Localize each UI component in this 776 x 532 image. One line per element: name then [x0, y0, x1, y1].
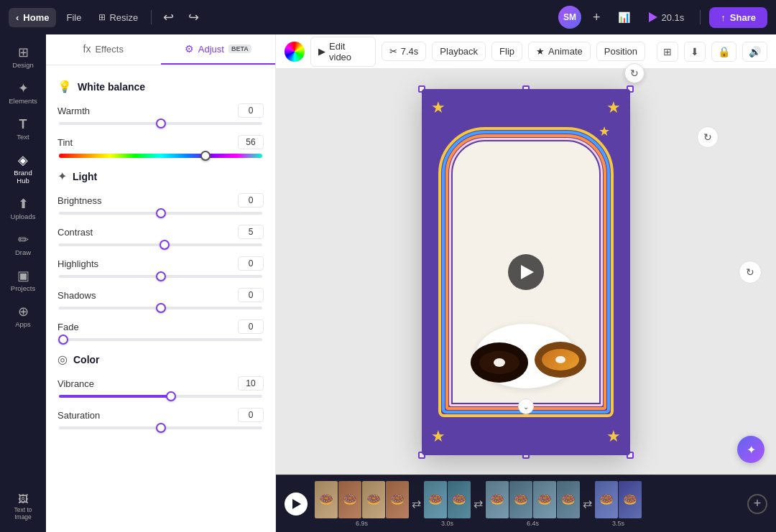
- shadows-value[interactable]: 0: [238, 288, 264, 302]
- saturation-track[interactable]: [59, 426, 262, 429]
- color-picker[interactable]: [285, 42, 305, 62]
- timeline-play-button[interactable]: [285, 493, 308, 515]
- sidebar-item-text-to-image[interactable]: 🖼 Text to Image: [3, 488, 43, 526]
- rotate-button[interactable]: ↻: [624, 63, 645, 83]
- thumb-5[interactable]: 🍩: [424, 481, 447, 518]
- tint-thumb[interactable]: [200, 151, 211, 161]
- redo-button[interactable]: ↪: [183, 6, 205, 28]
- shadows-track[interactable]: [59, 307, 262, 309]
- play-duration-button[interactable]: 20.1s: [642, 9, 692, 26]
- fade-label: Fade: [57, 322, 79, 332]
- tab-adjust[interactable]: ⚙ Adjust BETA: [161, 34, 276, 65]
- tint-value[interactable]: 56: [238, 135, 264, 149]
- thumb-6[interactable]: 🍩: [448, 481, 471, 518]
- position-button[interactable]: Position: [596, 42, 645, 61]
- vibrance-label: Vibrance: [57, 378, 94, 389]
- home-chevron-left: ‹: [16, 12, 19, 23]
- fade-thumb[interactable]: [58, 335, 68, 345]
- file-button[interactable]: File: [59, 8, 88, 27]
- vibrance-value[interactable]: 10: [238, 376, 264, 391]
- add-collaborator-button[interactable]: +: [587, 7, 606, 28]
- thumb-3[interactable]: 🍩: [362, 481, 385, 518]
- play-icon: [649, 12, 657, 22]
- volume-button[interactable]: 🔊: [742, 42, 767, 62]
- lock-button[interactable]: 🔒: [711, 42, 736, 62]
- draw-icon: ✏: [18, 233, 29, 246]
- sidebar-item-apps[interactable]: ⊕ Apps: [3, 299, 43, 334]
- sidebar-item-design[interactable]: ⊞ Design: [3, 40, 43, 75]
- avatar[interactable]: SM: [558, 6, 581, 29]
- download-button[interactable]: ⬇: [684, 42, 706, 62]
- analytics-button[interactable]: 📊: [612, 9, 636, 26]
- text-icon: T: [19, 118, 27, 131]
- sidebar-item-label: Uploads: [11, 213, 36, 220]
- play-button[interactable]: [508, 254, 544, 290]
- vibrance-slider-row: Vibrance 10: [57, 376, 264, 398]
- thumb-11[interactable]: 🍩: [595, 481, 618, 518]
- duration-button[interactable]: ✂ 7.4s: [382, 42, 427, 61]
- brightness-thumb[interactable]: [156, 208, 166, 218]
- collapse-button[interactable]: ⌄: [518, 398, 534, 414]
- sync-button[interactable]: ↻: [739, 261, 762, 284]
- add-clip-button[interactable]: +: [747, 494, 767, 514]
- playback-button[interactable]: Playback: [432, 42, 486, 61]
- highlights-track[interactable]: [59, 275, 262, 278]
- saturation-value[interactable]: 0: [238, 408, 264, 422]
- checkerboard-button[interactable]: ⊞: [657, 42, 678, 62]
- warmth-thumb[interactable]: [156, 118, 166, 129]
- contrast-thumb[interactable]: [160, 240, 170, 250]
- undo-button[interactable]: ↩: [157, 6, 180, 28]
- projects-icon: ▣: [17, 269, 29, 282]
- sidebar-item-draw[interactable]: ✏ Draw: [3, 228, 43, 262]
- thumb-donut-icon: 🍩: [561, 493, 576, 506]
- sidebar-item-text[interactable]: T Text: [3, 112, 43, 146]
- tint-track[interactable]: [59, 154, 262, 158]
- clip-4-thumbnails: 🍩 🍩: [595, 481, 642, 518]
- tab-effects[interactable]: fx Effects: [46, 34, 161, 65]
- brightness-track[interactable]: [59, 212, 262, 215]
- fade-track[interactable]: [59, 338, 262, 341]
- panel-tabs: fx Effects ⚙ Adjust BETA: [46, 34, 275, 65]
- shadows-thumb[interactable]: [156, 303, 166, 313]
- warmth-track[interactable]: [59, 122, 262, 125]
- thumb-1[interactable]: 🍩: [315, 481, 338, 518]
- contrast-track[interactable]: [59, 243, 262, 246]
- vibrance-track[interactable]: [59, 395, 262, 398]
- saturation-thumb[interactable]: [156, 423, 166, 433]
- sidebar-item-uploads[interactable]: ⬆ Uploads: [3, 192, 43, 226]
- refresh-button[interactable]: ↻: [697, 126, 719, 148]
- share-button[interactable]: ↑ Share: [709, 7, 767, 28]
- resize-button[interactable]: ⊞ Resize: [91, 8, 145, 27]
- sidebar-item-elements[interactable]: ✦ Elements: [3, 76, 43, 111]
- play-triangle-icon: [521, 265, 534, 279]
- edit-video-button[interactable]: ▶ Edit video: [310, 37, 376, 67]
- clip-connector-3[interactable]: ⇄: [583, 497, 592, 510]
- thumb-9[interactable]: 🍩: [533, 481, 556, 518]
- animate-button[interactable]: ★ Animate: [528, 42, 591, 61]
- flip-button[interactable]: Flip: [491, 42, 522, 61]
- thumb-12[interactable]: 🍩: [619, 481, 642, 518]
- warmth-value[interactable]: 0: [238, 103, 264, 118]
- topbar: ‹ Home File ⊞ Resize ↩ ↪ SM + 📊 20.1s ↑ …: [0, 0, 776, 34]
- home-button[interactable]: ‹ Home: [9, 8, 56, 27]
- clip-connector-1[interactable]: ⇄: [412, 497, 421, 510]
- sparkle-button[interactable]: ✦: [737, 436, 765, 463]
- thumb-7[interactable]: 🍩: [486, 481, 509, 518]
- thumb-donut-icon: 🍩: [599, 493, 614, 506]
- sidebar-item-projects[interactable]: ▣ Projects: [3, 263, 43, 298]
- vibrance-thumb[interactable]: [166, 391, 176, 401]
- contrast-value[interactable]: 5: [238, 225, 264, 239]
- brightness-value[interactable]: 0: [238, 193, 264, 207]
- highlights-thumb[interactable]: [156, 271, 166, 281]
- thumb-4[interactable]: 🍩: [386, 481, 409, 518]
- avatar-initials: SM: [563, 12, 576, 22]
- thumb-2[interactable]: 🍩: [338, 481, 361, 518]
- light-title: Light: [73, 171, 97, 182]
- clip-connector-2[interactable]: ⇄: [474, 497, 483, 510]
- thumb-8[interactable]: 🍩: [509, 481, 532, 518]
- sidebar-item-brand-hub[interactable]: ◈ Brand Hub: [3, 148, 43, 190]
- fade-value[interactable]: 0: [238, 319, 264, 334]
- text-to-image-icon: 🖼: [18, 494, 28, 504]
- thumb-10[interactable]: 🍩: [557, 481, 580, 518]
- highlights-value[interactable]: 0: [238, 256, 264, 271]
